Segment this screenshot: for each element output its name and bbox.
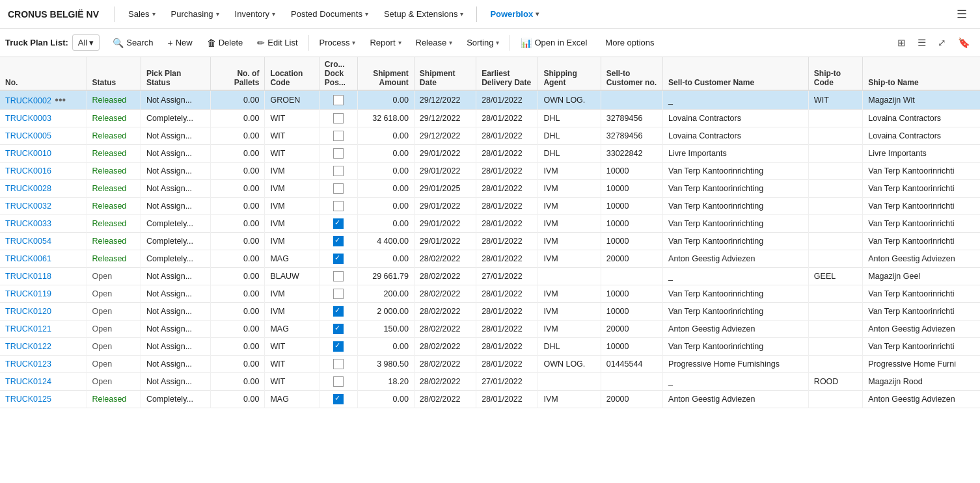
crodock-checkbox[interactable]	[333, 341, 344, 352]
table-row[interactable]: TRUCK0005 Released Not Assign... 0.00 WI…	[0, 127, 980, 145]
table-row[interactable]: TRUCK0122 Open Not Assign... 0.00 WIT 0.…	[0, 338, 980, 356]
truck-link[interactable]: TRUCK0005	[5, 131, 51, 140]
truck-link[interactable]: TRUCK0010	[5, 149, 51, 158]
process-button[interactable]: Process ▾	[313, 34, 362, 51]
cell-pallets: 0.00	[211, 356, 265, 373]
table-row[interactable]: TRUCK0054 Released Completely... 0.00 IV…	[0, 233, 980, 250]
cell-location: WIT	[265, 145, 319, 163]
cell-shipamt: 0.00	[358, 163, 414, 180]
crodock-checkbox[interactable]	[333, 306, 344, 317]
more-options-button[interactable]: More options	[597, 34, 662, 51]
table-row[interactable]: TRUCK0016 Released Not Assign... 0.00 IV…	[0, 163, 980, 180]
truck-link[interactable]: TRUCK0061	[5, 254, 51, 263]
crodock-checkbox[interactable]	[333, 394, 344, 404]
nav-item-posted-documents[interactable]: Posted Documents ▾	[283, 0, 376, 29]
cell-location: IVM	[265, 198, 319, 215]
list-view-icon-btn[interactable]: ☰	[913, 34, 931, 52]
table-row[interactable]: TRUCK0121 Open Not Assign... 0.00 MAG 15…	[0, 320, 980, 338]
truck-link[interactable]: TRUCK0123	[5, 359, 51, 369]
report-button[interactable]: Report ▾	[363, 34, 407, 51]
crodock-checkbox[interactable]	[333, 183, 344, 194]
truck-link[interactable]: TRUCK0016	[5, 166, 51, 176]
nav-item-setup-extensions[interactable]: Setup & Extensions ▾	[376, 0, 471, 29]
table-row[interactable]: TRUCK0124 Open Not Assign... 0.00 WIT 18…	[0, 373, 980, 391]
expand-icon-btn[interactable]: ⤢	[933, 34, 951, 52]
crodock-checkbox[interactable]	[333, 166, 344, 176]
crodock-checkbox[interactable]	[333, 289, 344, 299]
cell-shipname: Van Terp Kantoorinrichti	[863, 198, 980, 215]
truck-link[interactable]: TRUCK0118	[5, 272, 51, 281]
delete-button[interactable]: 🗑 Delete	[200, 34, 250, 51]
crodock-checkbox[interactable]	[333, 131, 344, 141]
table-row[interactable]: TRUCK0119 Open Not Assign... 0.00 IVM 20…	[0, 285, 980, 303]
cell-earliest: 28/01/2022	[476, 145, 538, 163]
cell-crodock	[319, 233, 358, 250]
truck-link[interactable]: TRUCK0054	[5, 237, 51, 246]
cell-pickplan: Not Assign...	[141, 285, 210, 303]
cell-shipname: Lovaina Contractors	[863, 110, 980, 127]
table-row[interactable]: TRUCK0123 Open Not Assign... 0.00 WIT 3 …	[0, 356, 980, 373]
cell-shipcode	[808, 180, 862, 198]
table-row[interactable]: TRUCK0003 Released Completely... 0.00 WI…	[0, 110, 980, 127]
table-row[interactable]: TRUCK0118 Open Not Assign... 0.00 BLAUW …	[0, 268, 980, 285]
nav-item-powerblox[interactable]: Powerblox ▾	[482, 0, 547, 29]
cell-no: TRUCK0002 •••	[0, 90, 87, 110]
crodock-checkbox[interactable]	[333, 95, 344, 105]
cell-shipdate: 28/02/2022	[414, 268, 476, 285]
nav-item-purchasing[interactable]: Purchasing ▾	[163, 0, 227, 29]
cell-crodock	[319, 163, 358, 180]
truck-link[interactable]: TRUCK0002	[5, 96, 51, 105]
cell-pallets: 0.00	[211, 110, 265, 127]
crodock-checkbox[interactable]	[333, 254, 344, 264]
filter-dropdown[interactable]: All ▾	[72, 34, 100, 51]
cell-sellname: Lovaina Contractors	[663, 110, 809, 127]
crodock-checkbox[interactable]	[333, 148, 344, 159]
truck-link[interactable]: TRUCK0121	[5, 324, 51, 333]
table-row[interactable]: TRUCK0002 ••• Released Not Assign... 0.0…	[0, 90, 980, 110]
truck-link[interactable]: TRUCK0028	[5, 184, 51, 193]
cell-pallets: 0.00	[211, 90, 265, 110]
release-button[interactable]: Release ▾	[409, 34, 459, 51]
crodock-checkbox[interactable]	[333, 271, 344, 281]
crodock-checkbox[interactable]	[333, 359, 344, 369]
bookmark-icon-btn[interactable]: 🔖	[953, 34, 975, 52]
table-row[interactable]: TRUCK0028 Released Not Assign... 0.00 IV…	[0, 180, 980, 198]
crodock-checkbox[interactable]	[333, 218, 344, 229]
table-row[interactable]: TRUCK0125 Released Completely... 0.00 MA…	[0, 391, 980, 408]
cell-shipname: Van Terp Kantoorinrichti	[863, 303, 980, 320]
truck-link[interactable]: TRUCK0033	[5, 219, 51, 228]
row-context-menu-button[interactable]: •••	[53, 94, 67, 106]
crodock-checkbox[interactable]	[333, 201, 344, 211]
truck-link[interactable]: TRUCK0003	[5, 114, 51, 123]
truck-link[interactable]: TRUCK0120	[5, 307, 51, 316]
truck-link[interactable]: TRUCK0119	[5, 289, 51, 298]
open-excel-button[interactable]: 📊 Open in Excel	[514, 34, 593, 51]
cell-location: IVM	[265, 285, 319, 303]
new-button[interactable]: + New	[161, 34, 198, 51]
truck-link[interactable]: TRUCK0032	[5, 202, 51, 211]
filter-arrow-icon: ▾	[89, 38, 94, 47]
truck-link[interactable]: TRUCK0125	[5, 395, 51, 404]
posted-docs-arrow-icon: ▾	[365, 10, 368, 18]
hamburger-icon[interactable]: ☰	[951, 5, 972, 24]
table-row[interactable]: TRUCK0033 Released Completely... 0.00 IV…	[0, 215, 980, 233]
crodock-checkbox[interactable]	[333, 113, 344, 124]
table-row[interactable]: TRUCK0010 Released Not Assign... 0.00 WI…	[0, 145, 980, 163]
table-row[interactable]: TRUCK0032 Released Not Assign... 0.00 IV…	[0, 198, 980, 215]
crodock-checkbox[interactable]	[333, 236, 344, 246]
filter-icon-btn[interactable]: ⊞	[893, 34, 910, 52]
col-header-shipamt: Shipment Amount	[358, 57, 414, 90]
crodock-checkbox[interactable]	[333, 376, 344, 387]
nav-item-sales[interactable]: Sales ▾	[120, 0, 163, 29]
col-header-earliest: Earliest Delivery Date	[476, 57, 538, 90]
table-row[interactable]: TRUCK0120 Open Not Assign... 0.00 IVM 2 …	[0, 303, 980, 320]
crodock-checkbox[interactable]	[333, 324, 344, 334]
nav-item-inventory[interactable]: Inventory ▾	[227, 0, 283, 29]
edit-list-button[interactable]: ✏ Edit List	[251, 34, 304, 51]
search-button[interactable]: 🔍 Search	[106, 34, 159, 51]
truck-link[interactable]: TRUCK0122	[5, 342, 51, 351]
sorting-button[interactable]: Sorting ▾	[460, 34, 506, 51]
table-row[interactable]: TRUCK0061 Released Completely... 0.00 MA…	[0, 250, 980, 268]
cell-crodock	[319, 356, 358, 373]
truck-link[interactable]: TRUCK0124	[5, 377, 51, 386]
